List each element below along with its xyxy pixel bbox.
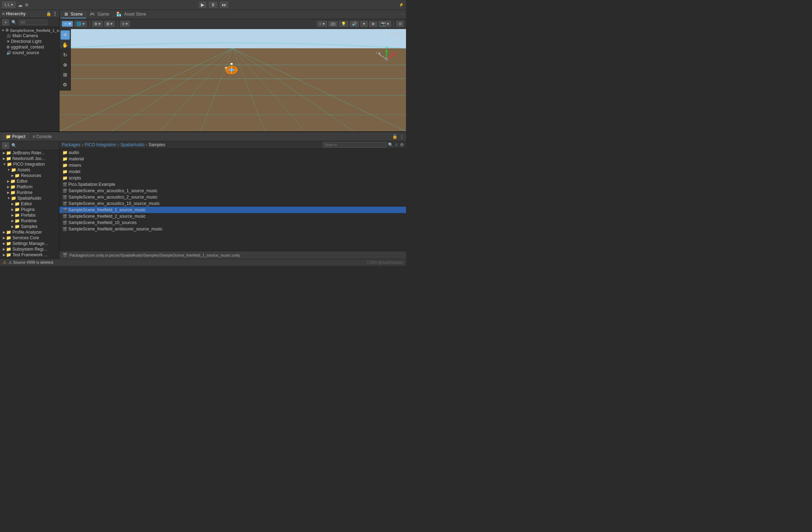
hand-tool-icon[interactable]: ✋ [61, 40, 70, 50]
hierarchy-item-main-camera[interactable]: 🎥 Main Camera [0, 33, 59, 39]
tree-item-sa-prefabs[interactable]: ▶ 📁 Prefabs [0, 212, 59, 218]
step-button[interactable]: ⏭ [220, 1, 229, 8]
tree-item-runtime[interactable]: ▶ 📁 Runtime [0, 190, 59, 195]
file-item-freefield-2[interactable]: 🎬 SampleScene_freefield_2_source_music [60, 213, 406, 219]
tree-item-spatialaudio[interactable]: ▼ 📁 SpatialAuido [0, 195, 59, 201]
bottom-panel-lock-icon[interactable]: 🔒 [392, 134, 397, 139]
tree-item-subsystem[interactable]: ▶ 📁 Subsystem Regi... [0, 246, 59, 252]
folder-item-audio[interactable]: 📁 audio [60, 149, 406, 156]
move-tool-button[interactable]: ⊕ ▾ [92, 21, 103, 27]
folder-item-scripts[interactable]: 📁 scripts [60, 175, 406, 181]
rotate-tool-icon[interactable]: ↻ [61, 50, 70, 59]
settings-icon[interactable]: ⚙ [25, 2, 29, 7]
toolbar-separator-3 [394, 21, 394, 27]
rect-tool-icon[interactable]: ⊞ [61, 70, 70, 79]
file-item-env-acoustics-10[interactable]: 🎬 SampleScene_env_acoustics_10_source_mu… [60, 200, 406, 207]
tab-game[interactable]: 🎮 Game [86, 11, 113, 18]
tree-item-pico[interactable]: ▼ 📁 PICO Integration [0, 161, 59, 167]
fx-toggle-button[interactable]: ✦ [360, 21, 368, 27]
file-item-freefield-1[interactable]: 🎬 SampleScene_freefield_1_source_music [60, 207, 406, 213]
tree-item-newtonsoft[interactable]: ▶ 📁 Newtonsoft Jso... [0, 156, 59, 161]
breadcrumb-spatial[interactable]: SpatialAuido [120, 142, 144, 147]
breadcrumb-sep-3: › [146, 142, 147, 147]
scene-root-icon: ⚙ [5, 28, 9, 33]
project-path-text: Packages/com.unity.xr.picoxr/SpatialAuid… [69, 253, 240, 257]
play-button[interactable]: ▶ [199, 1, 207, 8]
hierarchy-item-sound-source[interactable]: 🔊 sound_source [0, 50, 59, 56]
tree-item-jetbrains[interactable]: ▶ 📁 JetBrains Rider... [0, 150, 59, 156]
tree-item-resources[interactable]: ▶ 📁 Resources [0, 173, 59, 178]
content-filter-icon[interactable]: ☆ [395, 142, 399, 147]
folder-icon-sa-plugins: 📁 [15, 207, 20, 212]
breadcrumb-packages[interactable]: Packages [62, 142, 80, 147]
tab-project[interactable]: 📁 Project [2, 133, 29, 140]
tree-item-platform[interactable]: ▶ 📁 Platform [0, 184, 59, 190]
camera-options-button[interactable]: 📷 ▾ [379, 21, 391, 27]
pause-button[interactable]: ⏸ [209, 1, 218, 8]
file-freefield-1-label: SampleScene_freefield_1_source_music [68, 207, 146, 212]
folder-icon-sa-editor: 📁 [15, 201, 20, 206]
tree-item-sa-plugins[interactable]: ▶ 📁 Plugins [0, 207, 59, 212]
folder-mixers-label: mixers [69, 163, 81, 168]
hierarchy-more-icon[interactable]: ⋮ [53, 11, 57, 16]
2d-button[interactable]: 2D [328, 21, 338, 27]
gizmos-button[interactable]: ⊙ [396, 21, 404, 27]
project-tree: + 🔍 ▶ 📁 JetBrains Rider... ▶ 📁 Newtonsof… [0, 141, 60, 259]
viewport[interactable]: 👁 ✋ ↻ ⊕ ⊞ ⚙ ◄ Persp [60, 29, 406, 131]
tree-label-settings-manager: Settings Manage... [12, 241, 48, 246]
folder-item-material[interactable]: 📁 material [60, 156, 406, 162]
file-item-freefield-ambisonic[interactable]: 🎬 SampleScene_freefield_ambisonic_source… [60, 226, 406, 232]
transform-tool-button[interactable]: ↔ ▾ [62, 21, 73, 27]
profile-button[interactable]: L L ▾ [2, 1, 16, 8]
sound-source-label: sound_source [12, 50, 39, 55]
tree-item-editor[interactable]: ▶ 📁 Editor [0, 178, 59, 184]
tab-console[interactable]: ≡ Console [29, 133, 55, 140]
shading-button[interactable]: ○ ▾ [317, 21, 327, 27]
hierarchy-item-yggdrasil[interactable]: ⚙ yggdrasil_context [0, 44, 59, 50]
file-env-acoustics-1-label: SampleScene_env_acoustics_1_source_music [68, 188, 157, 193]
viewport-svg [60, 29, 406, 131]
breadcrumb-pico[interactable]: PICO Integration [85, 142, 116, 147]
top-bar-left: L L ▾ ☁ ⚙ [2, 1, 29, 8]
global-tool-button[interactable]: 🌐 ▾ [74, 21, 87, 27]
folder-item-model[interactable]: 📁 model [60, 168, 406, 175]
scale-tool-icon[interactable]: ⊕ [61, 60, 70, 69]
folder-item-mixers[interactable]: 📁 mixers [60, 162, 406, 168]
tree-item-sa-samples[interactable]: ▶ 📁 Samples [0, 224, 59, 229]
csdn-watermark: CSDN @huashuicaijou [367, 261, 403, 264]
tree-item-services-core[interactable]: ▶ 📁 Services Core [0, 235, 59, 241]
tree-label-pico: PICO Integration [13, 162, 45, 167]
tab-scene[interactable]: ⊞ Scene [61, 11, 86, 18]
file-item-freefield-10[interactable]: 🎬 SampleScene_freefield_10_sources [60, 219, 406, 226]
tree-item-sa-runtime[interactable]: ▶ 📁 Runtime [0, 218, 59, 224]
hierarchy-item-directional-light[interactable]: ☀ Directional Light [0, 39, 59, 44]
snap-tool-button[interactable]: ⊞ ▾ [104, 21, 115, 27]
tree-label-test-framework: Test Framework ... [12, 252, 47, 257]
file-item-spatializer[interactable]: 🎬 Pico.Spatializer.Example [60, 181, 406, 188]
audio-toggle-button[interactable]: 🔊 [350, 21, 359, 27]
hierarchy-lock-icon[interactable]: 🔒 [46, 11, 51, 16]
tab-asset-store[interactable]: 🏪 Asset Store [113, 11, 150, 18]
add-hierarchy-button[interactable]: + [2, 19, 9, 25]
tree-item-profile-analyzer[interactable]: ▶ 📁 Profile Analyzer [0, 229, 59, 235]
project-path-bar: 🎬 Packages/com.unity.xr.picoxr/SpatialAu… [60, 251, 406, 259]
tree-item-test-framework[interactable]: ▶ 📁 Test Framework ... [0, 252, 59, 258]
content-top-bar: Packages › PICO Integration › SpatialAui… [60, 141, 406, 149]
align-tool-button[interactable]: ≡ ▾ [120, 21, 130, 27]
tree-item-sa-editor[interactable]: ▶ 📁 Editor [0, 201, 59, 207]
hierarchy-search-input[interactable] [19, 19, 47, 25]
hierarchy-scene-root[interactable]: ▼ ⚙ SampleScene_freefield_1_source_ ⋮ [0, 28, 59, 33]
file-item-env-acoustics-2[interactable]: 🎬 SampleScene_env_acoustics_2_source_mus… [60, 194, 406, 200]
file-item-env-acoustics-1[interactable]: 🎬 SampleScene_env_acoustics_1_source_mus… [60, 188, 406, 194]
custom-tool-icon[interactable]: ⚙ [61, 80, 70, 89]
folder-audio-label: audio [69, 150, 79, 155]
content-settings-icon[interactable]: ⚙ [400, 142, 404, 147]
eye-tool-icon[interactable]: 👁 [61, 30, 70, 40]
scene-visibility-button[interactable]: 👁 [369, 21, 377, 27]
content-search-input[interactable] [323, 142, 387, 148]
viewport-menu-icon[interactable]: ≡ [371, 32, 374, 38]
light-toggle-button[interactable]: 💡 [339, 21, 348, 27]
tree-item-assets[interactable]: ▼ 📁 Assets [0, 167, 59, 173]
add-project-button[interactable]: + [2, 142, 9, 149]
tree-item-settings-manager[interactable]: ▶ 📁 Settings Manage... [0, 241, 59, 246]
